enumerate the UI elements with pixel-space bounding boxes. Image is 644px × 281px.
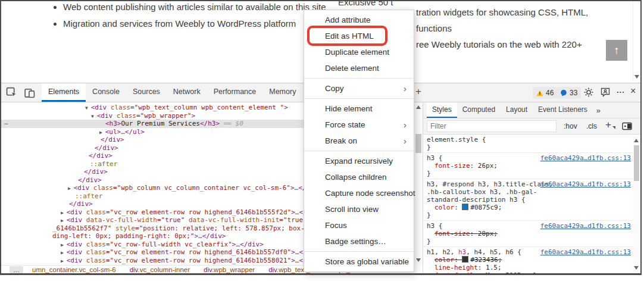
more-tabs-button[interactable]: + xyxy=(415,86,421,98)
property-name: font-size xyxy=(434,162,470,170)
css-property[interactable]: color: #323436; xyxy=(427,256,633,264)
property-value: Museo500Regular; xyxy=(486,271,549,274)
menu-group: Hide elementForce state›Break on› xyxy=(304,98,414,151)
device-toolbar-icon[interactable] xyxy=(24,87,36,99)
feedback-icon[interactable] xyxy=(600,87,612,99)
menu-item[interactable]: Break on› xyxy=(304,133,414,149)
computed-sidebar-toggle-icon[interactable] xyxy=(621,121,633,132)
menu-item[interactable]: Hide element xyxy=(304,101,414,117)
tab-sources[interactable]: Sources xyxy=(126,83,167,102)
more-options-icon[interactable]: ... xyxy=(617,86,625,95)
menu-item[interactable]: Duplicate element xyxy=(304,44,414,60)
menu-item-label: Expand recursively xyxy=(325,157,393,166)
css-source-link[interactable]: fe60aca429a…d1fb.css:13 xyxy=(540,154,631,162)
property-name: color xyxy=(434,256,454,264)
menu-item[interactable]: Collapse children xyxy=(304,169,414,185)
menu-item[interactable]: Edit as HTML xyxy=(304,28,414,44)
rule-close-brace: } xyxy=(427,170,633,177)
page-scrollbar[interactable] xyxy=(633,1,640,82)
scrollbar-up-arrow[interactable] xyxy=(634,139,639,142)
menu-item-label: Store as global variable xyxy=(325,257,409,266)
menu-item[interactable]: Force state› xyxy=(304,117,414,133)
menu-item[interactable]: Scroll into view xyxy=(304,201,414,217)
styles-filter-input[interactable] xyxy=(427,120,557,132)
menu-item-label: Edit as HTML xyxy=(325,32,374,40)
sidebar-tab-layout[interactable]: Layout xyxy=(501,102,533,118)
menu-item-label: Collapse children xyxy=(325,173,387,182)
message-badge[interactable]: 33 xyxy=(557,87,581,99)
styles-scrollbar[interactable] xyxy=(633,136,640,273)
scrollbar-thumb[interactable] xyxy=(415,134,421,153)
tab-elements[interactable]: Elements xyxy=(42,83,86,102)
css-rule: fe60aca429a…d1fb.css:13h3 {font-size: 26… xyxy=(423,153,633,179)
close-devtools-icon[interactable]: × xyxy=(630,86,636,96)
css-property[interactable]: font-size: 26px; xyxy=(427,162,633,170)
color-swatch[interactable] xyxy=(462,256,468,263)
sidebar-tab-event-listeners[interactable]: Event Listeners xyxy=(533,102,593,118)
menu-item-label: Break on xyxy=(325,136,357,145)
toggle-class-button[interactable]: .cls xyxy=(586,122,597,130)
menu-item[interactable]: Delete element xyxy=(304,60,414,76)
new-rule-dropdown-corner xyxy=(612,126,615,129)
property-value: 26px; xyxy=(478,162,498,170)
styles-filter-row: :hov .cls + xyxy=(423,118,640,135)
sidebar-tab-bar: StylesComputedLayoutEvent Listeners» xyxy=(423,102,640,118)
menu-item[interactable]: Add attribute xyxy=(304,12,414,28)
rule-selector[interactable]: element.style { xyxy=(427,136,633,143)
breadcrumb-item[interactable]: div.vc_column-inner xyxy=(130,266,190,273)
menu-item-label: Badge settings… xyxy=(325,237,386,246)
menu-item[interactable]: Store as global variable xyxy=(304,254,414,270)
tab-network[interactable]: Network xyxy=(167,83,207,102)
breadcrumb-item[interactable]: umn_container.vc_col-sm-6 xyxy=(32,266,116,273)
warning-badge[interactable]: 46 xyxy=(533,87,557,99)
menu-item-label: Add attribute xyxy=(325,15,371,24)
scrollbar-up-arrow[interactable] xyxy=(416,105,421,109)
scrollbar-thumb[interactable] xyxy=(634,145,639,181)
screenshot-root: Web content publishing with articles sim… xyxy=(0,0,644,281)
scrollbar-down-arrow[interactable] xyxy=(634,75,639,79)
breadcrumb-overflow-button[interactable]: … xyxy=(10,266,23,273)
css-rule: fe60aca429a…d1fb.css:13h3 {font-size: 20… xyxy=(423,221,633,247)
menu-item[interactable]: Badge settings… xyxy=(304,233,414,249)
css-property[interactable]: font-family: Museo500Regular; xyxy=(427,271,633,274)
css-property[interactable]: font-size: 20px; xyxy=(427,230,633,238)
breadcrumb-item[interactable]: div.wpb_wrapper xyxy=(204,266,255,273)
new-style-rule-button[interactable]: + xyxy=(605,119,611,131)
sidebar-tabs-overflow-icon[interactable]: » xyxy=(593,102,604,118)
css-property[interactable]: color: #0875c9; xyxy=(427,204,633,211)
toggle-hover-state-button[interactable]: :hov xyxy=(564,122,577,130)
menu-group: Expand recursivelyCollapse childrenCaptu… xyxy=(304,151,414,251)
css-source-link[interactable]: fe60aca429a…d1fb.css:13 xyxy=(540,222,631,230)
menu-item[interactable]: Expand recursively xyxy=(304,153,414,169)
menu-item-label: Duplicate element xyxy=(325,48,389,57)
warning-triangle-icon xyxy=(536,90,543,96)
menu-item-label: Copy xyxy=(325,84,344,93)
sidebar-tab-styles[interactable]: Styles xyxy=(427,102,457,118)
sidebar-tab-computed[interactable]: Computed xyxy=(457,102,501,118)
tab-console[interactable]: Console xyxy=(86,83,126,102)
rule-close-brace: } xyxy=(427,238,633,245)
page-bullet: Migration and services from Weebly to Wo… xyxy=(63,19,326,29)
tab-memory[interactable]: Memory xyxy=(262,83,302,102)
css-property[interactable]: line-height: 1.5; xyxy=(427,264,633,271)
scrollbar-down-arrow[interactable] xyxy=(634,266,639,270)
menu-item-label: Scroll into view xyxy=(325,205,379,214)
menu-item-label: Capture node screenshot xyxy=(325,189,415,198)
scrollbar-down-arrow[interactable] xyxy=(416,258,421,262)
scroll-to-top-button[interactable]: ↑ xyxy=(606,40,627,61)
rule-close-brace: } xyxy=(427,143,633,151)
inspect-element-icon[interactable] xyxy=(6,87,18,99)
property-value: 1.5; xyxy=(486,264,502,271)
css-rule: element.style {} xyxy=(423,135,633,153)
node-overflow-dots[interactable]: … xyxy=(4,118,9,127)
css-source-link[interactable]: fe60aca429a…d1fb.css:13 xyxy=(540,248,631,256)
menu-item[interactable]: Capture node screenshot xyxy=(304,185,414,201)
css-source-link[interactable]: fe60aca429a…d1fb.css:13 xyxy=(540,180,631,188)
tab-performance[interactable]: Performance xyxy=(207,83,263,102)
rule-close-brace: } xyxy=(427,211,633,219)
elements-scrollbar[interactable] xyxy=(414,102,423,265)
menu-item[interactable]: Focus xyxy=(304,217,414,233)
color-swatch[interactable] xyxy=(462,204,468,210)
settings-gear-icon[interactable] xyxy=(583,87,595,99)
menu-item[interactable]: Copy› xyxy=(304,80,414,96)
